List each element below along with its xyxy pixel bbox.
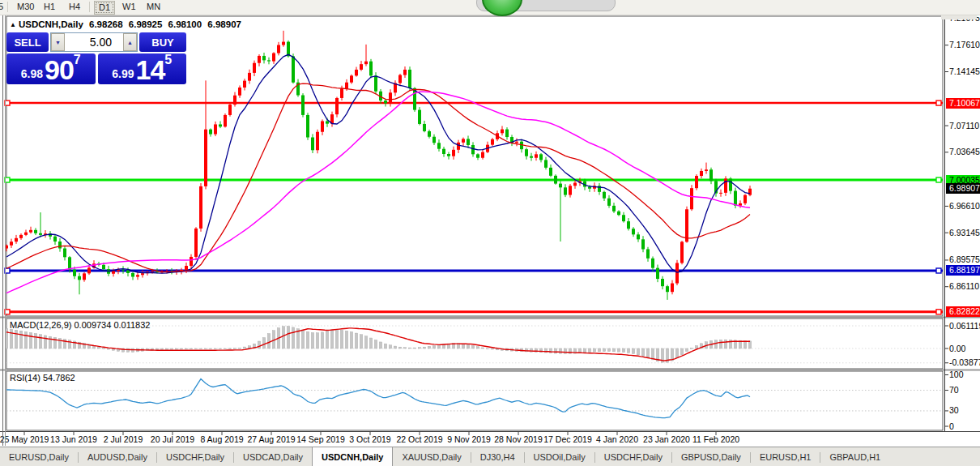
buy-quote[interactable]: 6.99 14 5 <box>98 53 187 84</box>
hline-anchor-icon[interactable] <box>936 100 941 105</box>
candle-body <box>632 229 635 234</box>
macd-histogram-bar <box>350 331 352 348</box>
candle-body <box>685 209 688 242</box>
macd-histogram-bar <box>49 336 51 348</box>
macd-histogram-bar <box>228 348 231 349</box>
tab-usdcad-daily[interactable]: USDCAD,Daily <box>234 447 312 466</box>
macd-histogram-bar <box>102 348 104 348</box>
hline-anchor-icon[interactable] <box>936 177 941 182</box>
timeframe-W1[interactable]: W1 <box>118 1 140 13</box>
current-price-label: 6.98907 <box>946 183 980 194</box>
candle-body <box>141 273 144 275</box>
macd-histogram-bar <box>467 344 469 348</box>
macd-histogram-bar <box>748 341 751 348</box>
tab-audusd-daily[interactable]: AUDUSD,Daily <box>79 447 156 466</box>
candle-body <box>447 154 450 156</box>
candle-body <box>83 273 86 280</box>
timeframe-MN[interactable]: MN <box>143 1 164 13</box>
date-label: 11 Feb 2020 <box>692 434 739 444</box>
candle-body <box>627 221 630 229</box>
timeframe-H1[interactable]: H1 <box>40 1 59 13</box>
macd-histogram-bar <box>437 345 440 348</box>
macd-histogram-bar <box>564 348 566 353</box>
candle-body <box>452 150 455 156</box>
volume-decrease-button[interactable]: ▼ <box>51 33 65 51</box>
timeframe-M30[interactable]: M30 <box>13 1 38 13</box>
macd-histogram-bar <box>413 348 415 348</box>
timeframe-partial[interactable]: 5 <box>0 1 7 13</box>
sell-button[interactable]: SELL <box>6 32 49 52</box>
volume-input[interactable] <box>65 33 123 51</box>
tab-dj30-h4[interactable]: DJ30,H4 <box>471 447 524 466</box>
candle-body <box>253 63 256 73</box>
macd-histogram-bar <box>107 348 109 349</box>
candle-body <box>515 142 518 143</box>
macd-histogram-bar <box>428 346 430 348</box>
date-label: 23 Jan 2020 <box>643 434 690 444</box>
timeframe-H4[interactable]: H4 <box>65 1 84 13</box>
chevron-up-icon: ▲ <box>127 40 133 45</box>
candle-body <box>398 75 402 83</box>
hline-price-label: 6.82822 <box>946 306 980 317</box>
macd-label: MACD(12,26,9) 0.009734 0.011832 <box>10 320 150 330</box>
macd-histogram-bar <box>243 347 245 348</box>
tab-usdcnh-daily[interactable]: USDCNH,Daily <box>312 447 393 466</box>
tab-eurusd-h1[interactable]: EURUSD,H1 <box>751 447 820 466</box>
macd-histogram-bar <box>126 348 129 352</box>
candle-body <box>554 176 557 184</box>
macd-histogram-bar <box>24 331 27 348</box>
candle-body <box>15 238 18 242</box>
macd-histogram-bar <box>292 327 294 348</box>
candle-body <box>661 279 664 286</box>
macd-histogram-bar <box>321 332 323 348</box>
macd-histogram-bar <box>160 348 163 349</box>
hline-anchor-icon[interactable] <box>936 268 941 273</box>
macd-histogram-bar <box>170 348 173 349</box>
macd-histogram-bar <box>330 330 333 348</box>
tab-usdchf-daily[interactable]: USDCHF,Daily <box>157 447 233 466</box>
date-label: 4 Jan 2020 <box>596 434 638 444</box>
timeframe-D1[interactable]: D1 <box>94 1 115 15</box>
candle-body <box>651 259 654 268</box>
candle-body <box>321 121 324 131</box>
macd-histogram-bar <box>10 329 12 348</box>
macd-histogram-bar <box>15 330 17 348</box>
macd-histogram-bar <box>219 348 221 349</box>
candle-body <box>340 88 343 98</box>
candle-body <box>462 139 465 142</box>
toolbar-separator <box>89 2 90 12</box>
macd-histogram-bar <box>301 331 304 348</box>
date-label: 9 Nov 2019 <box>447 434 491 444</box>
macd-histogram-bar <box>598 348 600 352</box>
macd-histogram-bar <box>194 348 197 349</box>
candle-body <box>282 42 285 45</box>
date-label: 22 Oct 2019 <box>396 434 442 444</box>
date-label: 20 Jul 2019 <box>151 434 194 444</box>
candle-body <box>442 149 445 154</box>
rsi-tick-label: 70 <box>949 385 959 395</box>
macd-histogram-bar <box>680 348 683 355</box>
macd-histogram-bar <box>180 348 182 349</box>
volume-increase-button[interactable]: ▲ <box>123 33 137 51</box>
ohlc-high: 6.98925 <box>129 19 163 29</box>
hline-anchor-icon[interactable] <box>936 310 941 314</box>
sell-quote[interactable]: 6.98 90 7 <box>6 53 96 84</box>
hline-price-label: 7.10067 <box>946 98 980 109</box>
buy-button[interactable]: BUY <box>139 32 186 52</box>
candle-body <box>656 268 659 279</box>
candle-body <box>403 70 407 75</box>
candle-body <box>301 95 305 114</box>
candle-body <box>432 137 436 143</box>
macd-histogram-bar <box>714 340 717 348</box>
tab-usdchf-daily[interactable]: USDCHF,Daily <box>595 447 671 466</box>
candle-body <box>719 193 722 194</box>
symbol-name: USDCNH,Daily <box>19 19 83 29</box>
candle-body <box>311 138 314 151</box>
tab-xauusd-daily[interactable]: XAUUSD,Daily <box>393 447 470 466</box>
tab-gbpusd-daily[interactable]: GBPUSD,Daily <box>672 447 750 466</box>
candle-body <box>58 242 62 249</box>
tab-usdoil-daily[interactable]: USDOil,Daily <box>525 447 594 466</box>
tab-eurusd-daily[interactable]: EURUSD,Daily <box>0 447 78 466</box>
tab-gbpaud-h1[interactable]: GBPAUD,H1 <box>820 447 889 466</box>
candle-body <box>544 160 548 167</box>
